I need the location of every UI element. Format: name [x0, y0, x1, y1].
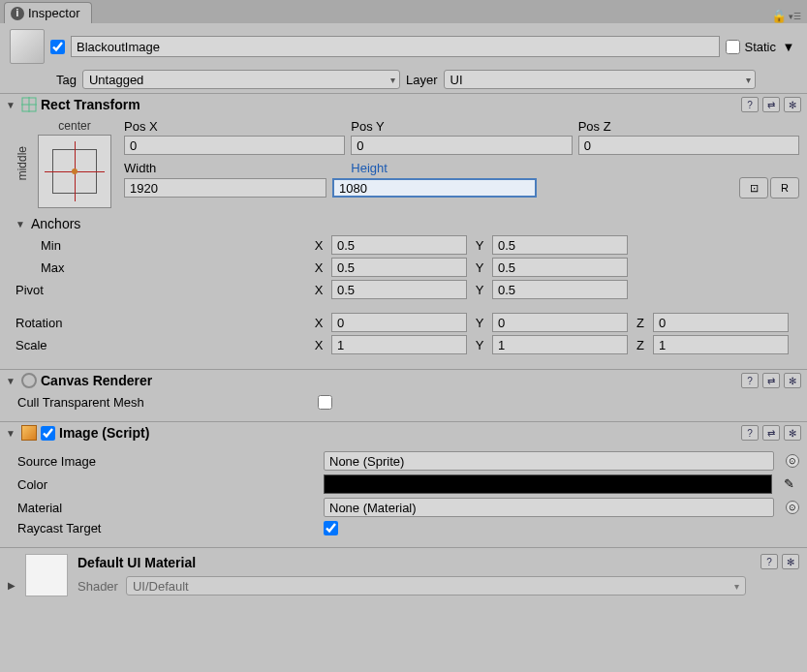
canvas-renderer-icon	[21, 373, 37, 388]
raycast-checkbox[interactable]	[324, 521, 338, 535]
pivot-label: Pivot	[16, 283, 306, 297]
settings-icon[interactable]: ✻	[784, 373, 801, 388]
image-enabled-checkbox[interactable]	[41, 426, 55, 441]
foldout-icon[interactable]: ▼	[6, 428, 17, 439]
settings-icon[interactable]: ✻	[784, 425, 801, 441]
settings-icon[interactable]: ✻	[782, 554, 799, 569]
eyedropper-icon[interactable]: ✎	[784, 476, 799, 492]
material-field[interactable]: None (Material)	[324, 498, 774, 517]
cull-transparent-checkbox[interactable]	[318, 395, 332, 410]
tab-title: Inspector	[28, 6, 79, 20]
shader-dropdown[interactable]: UI/Default	[126, 576, 746, 596]
tab-menu-icon[interactable]: ▾☰	[789, 12, 801, 21]
anchor-horiz-label: center	[31, 119, 118, 133]
height-input[interactable]	[332, 178, 537, 198]
scale-label: Scale	[16, 338, 306, 352]
anchors-foldout-icon[interactable]: ▼	[16, 219, 27, 229]
rect-transform-icon	[21, 97, 37, 112]
source-image-label: Source Image	[17, 454, 318, 469]
static-dropdown-icon[interactable]: ▼	[780, 40, 797, 54]
posz-label: Pos Z	[578, 119, 799, 134]
static-label: Static	[744, 40, 776, 54]
image-icon	[21, 425, 37, 441]
source-image-field[interactable]: None (Sprite)	[324, 451, 774, 471]
width-input[interactable]	[124, 178, 326, 198]
preset-icon[interactable]: ⇄	[762, 425, 780, 441]
anchor-min-y-input[interactable]	[492, 235, 628, 255]
material-preview[interactable]	[25, 554, 68, 596]
object-name-input[interactable]	[71, 36, 720, 57]
preset-icon[interactable]: ⇄	[762, 373, 780, 388]
posx-label: Pos X	[124, 119, 345, 134]
object-header: Static ▼ Tag Untagged Layer UI	[0, 23, 807, 89]
object-picker-icon[interactable]: ⊙	[786, 454, 799, 468]
height-label: Height	[351, 161, 572, 175]
lock-icon[interactable]: 🔒	[771, 9, 787, 23]
raycast-label: Raycast Target	[17, 521, 318, 535]
anchor-vert-label: middle	[16, 146, 29, 180]
pivot-x-input[interactable]	[331, 280, 467, 299]
color-field[interactable]	[324, 474, 772, 494]
cull-transparent-label: Cull Transparent Mesh	[17, 395, 318, 410]
foldout-icon[interactable]: ▼	[6, 100, 17, 110]
anchor-max-y-input[interactable]	[492, 258, 628, 277]
static-checkbox[interactable]	[726, 40, 740, 54]
image-component: ▼ Image (Script) ? ⇄ ✻ Source Image None…	[0, 421, 807, 547]
rotation-label: Rotation	[16, 316, 306, 330]
scale-y-input[interactable]	[492, 335, 628, 354]
rotation-z-input[interactable]	[653, 313, 789, 332]
scale-x-input[interactable]	[331, 335, 467, 354]
tag-dropdown[interactable]: Untagged	[82, 70, 400, 89]
posy-label: Pos Y	[351, 119, 572, 134]
help-icon[interactable]: ?	[741, 97, 759, 112]
tab-lock-controls[interactable]: 🔒 ▾☰	[771, 9, 801, 23]
rotation-y-input[interactable]	[492, 313, 628, 332]
anchor-min-x-input[interactable]	[331, 235, 467, 255]
material-foldout-icon[interactable]: ▶	[8, 580, 16, 591]
material-title: Default UI Material	[78, 555, 751, 570]
info-icon: i	[11, 7, 24, 20]
posz-input[interactable]	[578, 136, 799, 155]
settings-icon[interactable]: ✻	[784, 97, 801, 112]
object-picker-icon[interactable]: ⊙	[786, 501, 799, 514]
anchor-max-x-input[interactable]	[331, 258, 467, 277]
foldout-icon[interactable]: ▼	[6, 376, 17, 386]
posx-input[interactable]	[124, 136, 345, 155]
posy-input[interactable]	[351, 136, 572, 155]
active-checkbox[interactable]	[50, 40, 65, 54]
raw-edit-button[interactable]: R	[770, 177, 799, 199]
material-label: Material	[17, 501, 318, 515]
component-title: Canvas Renderer	[41, 373, 152, 388]
help-icon[interactable]: ?	[741, 373, 759, 388]
layer-dropdown[interactable]: UI	[444, 70, 756, 89]
preset-icon[interactable]: ⇄	[762, 97, 780, 112]
component-title: Image (Script)	[59, 425, 149, 441]
blueprint-mode-button[interactable]: ⊡	[739, 177, 768, 199]
tag-label: Tag	[56, 73, 77, 87]
inspector-tab[interactable]: i Inspector	[4, 2, 92, 23]
anchor-presets-button[interactable]	[38, 135, 111, 208]
anchor-min-label: Min	[16, 238, 306, 253]
gameobject-icon[interactable]	[10, 29, 45, 64]
layer-label: Layer	[406, 73, 438, 87]
anchor-max-label: Max	[16, 260, 306, 275]
canvas-renderer-component: ▼ Canvas Renderer ? ⇄ ✻ Cull Transparent…	[0, 369, 807, 417]
help-icon[interactable]: ?	[741, 425, 759, 441]
scale-z-input[interactable]	[653, 335, 789, 354]
rotation-x-input[interactable]	[331, 313, 467, 332]
tab-bar: i Inspector 🔒 ▾☰	[0, 0, 807, 23]
color-label: Color	[17, 477, 318, 492]
width-label: Width	[124, 161, 345, 175]
anchors-label: Anchors	[31, 216, 80, 231]
shader-label: Shader	[78, 579, 118, 594]
default-material-section: ▶ Default UI Material Shader UI/Default …	[0, 547, 807, 602]
pivot-y-input[interactable]	[492, 280, 628, 299]
component-title: Rect Transform	[41, 97, 140, 112]
rect-transform-component: ▼ Rect Transform ? ⇄ ✻ middle center	[0, 93, 807, 365]
help-icon[interactable]: ?	[760, 554, 778, 569]
